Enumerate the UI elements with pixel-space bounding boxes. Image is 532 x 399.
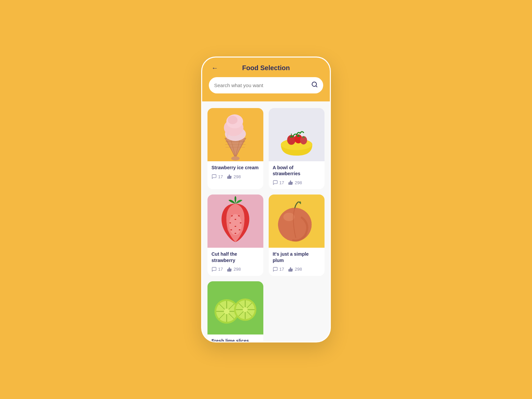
page-title: Food Selection xyxy=(242,64,290,72)
card-bowl-strawberries[interactable]: A bowl of strawberries 17 xyxy=(269,108,325,189)
svg-point-14 xyxy=(231,156,239,161)
card-title-plum: It's just a simple plum xyxy=(273,251,321,263)
svg-point-34 xyxy=(234,226,236,227)
comment-icon-2 xyxy=(273,180,278,185)
like-icon-2 xyxy=(288,180,293,185)
card-strawberry-ice-cream[interactable]: Strawberry ice cream 17 xyxy=(207,108,263,189)
card-plum[interactable]: It's just a simple plum 17 xyxy=(269,195,325,276)
svg-marker-2 xyxy=(225,138,246,158)
svg-point-35 xyxy=(234,233,236,234)
search-icon[interactable] xyxy=(311,81,318,89)
like-count-plum: 298 xyxy=(288,267,302,272)
comment-icon-3 xyxy=(211,267,217,272)
card-title-lime: Fresh lime slices xyxy=(211,338,259,341)
svg-point-26 xyxy=(229,214,242,235)
card-image-ice-cream xyxy=(207,108,263,161)
comment-count-strawberries: 17 xyxy=(273,180,284,185)
card-title-ice-cream: Strawberry ice cream xyxy=(211,165,259,171)
like-count-strawberries: 298 xyxy=(288,180,302,185)
like-count-cut-strawberry: 298 xyxy=(227,267,241,272)
like-count-ice-cream: 298 xyxy=(227,174,241,179)
comment-icon-4 xyxy=(273,267,278,272)
svg-point-33 xyxy=(234,219,236,220)
like-icon xyxy=(227,174,232,179)
card-image-plum xyxy=(269,195,325,248)
card-title-strawberries: A bowl of strawberries xyxy=(273,165,321,177)
search-input[interactable] xyxy=(214,82,311,88)
comment-count-ice-cream: 17 xyxy=(211,174,223,179)
comment-count-cut-strawberry: 17 xyxy=(211,267,223,272)
comment-count-plum: 17 xyxy=(273,267,284,272)
header: ← Food Selection xyxy=(202,58,330,101)
svg-point-45 xyxy=(224,309,229,314)
card-meta-cut-strawberry: 17 298 xyxy=(211,267,259,272)
phone-frame: ← Food Selection xyxy=(201,57,331,342)
card-image-strawberries xyxy=(269,108,325,161)
like-icon-4 xyxy=(288,267,293,272)
svg-point-30 xyxy=(240,222,241,223)
search-bar[interactable] xyxy=(209,77,323,93)
card-body-cut-strawberry: Cut half the strawberry 17 xyxy=(207,248,263,276)
card-cut-strawberry[interactable]: Cut half the strawberry 17 xyxy=(207,195,263,276)
card-body-plum: It's just a simple plum 17 xyxy=(269,248,325,276)
svg-point-38 xyxy=(283,213,295,221)
card-body-ice-cream: Strawberry ice cream 17 xyxy=(207,161,263,183)
svg-line-1 xyxy=(316,86,317,87)
comment-icon xyxy=(211,174,217,179)
card-lime[interactable]: Fresh lime slices 17 xyxy=(207,281,263,341)
card-meta-ice-cream: 17 298 xyxy=(211,174,259,179)
card-meta-plum: 17 298 xyxy=(273,267,321,272)
back-button[interactable]: ← xyxy=(209,63,221,73)
food-grid: Strawberry ice cream 17 xyxy=(207,108,325,341)
card-title-cut-strawberry: Cut half the strawberry xyxy=(211,251,259,263)
svg-point-52 xyxy=(243,307,248,312)
card-image-cut-strawberry xyxy=(207,195,263,248)
header-top: ← Food Selection xyxy=(209,64,323,72)
svg-point-13 xyxy=(228,116,237,124)
card-body-lime: Fresh lime slices 17 xyxy=(207,334,263,341)
card-image-lime xyxy=(207,281,263,334)
content-area: Strawberry ice cream 17 xyxy=(202,101,330,341)
card-meta-strawberries: 17 298 xyxy=(273,180,321,185)
card-body-strawberries: A bowl of strawberries 17 xyxy=(269,161,325,189)
like-icon-3 xyxy=(227,267,232,272)
svg-point-29 xyxy=(229,222,231,223)
